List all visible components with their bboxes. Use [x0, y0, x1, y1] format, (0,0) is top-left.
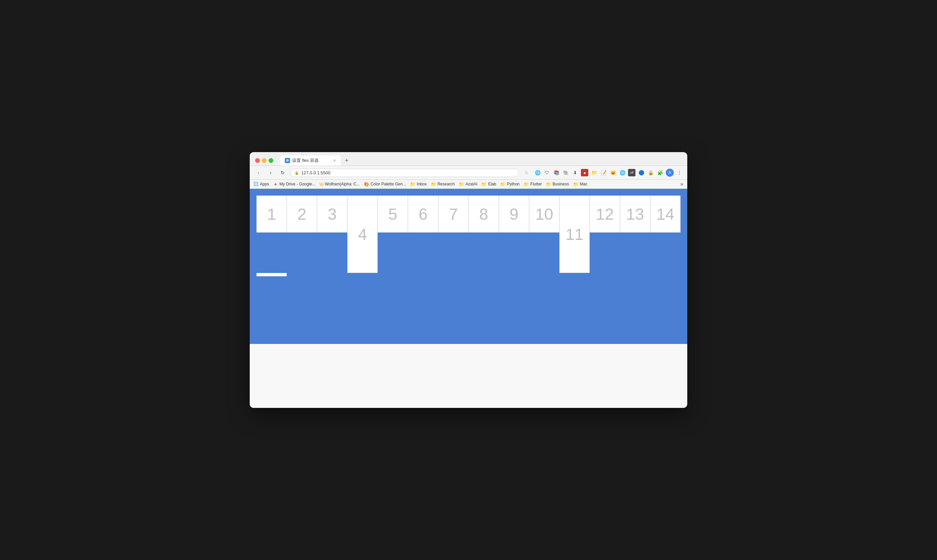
folder-icon-python: 📁	[500, 182, 506, 187]
flex-item-11: 11	[559, 195, 590, 273]
bookmark-research[interactable]: 📁 Research	[431, 182, 455, 187]
title-bar: ⚙ 设置 flex 容器 × +	[250, 152, 687, 166]
folder-icon-business: 📁	[546, 182, 551, 187]
bookmark-colorpalette[interactable]: 🎨 Color Palette Gen...	[364, 182, 406, 187]
url-text: 127.0.0.1:5500	[301, 170, 331, 175]
minimize-button[interactable]	[262, 158, 266, 163]
flex-item-14: 14	[650, 195, 680, 232]
chrome-menu-button[interactable]: ⋮	[676, 169, 683, 176]
tab-title: 设置 flex 容器	[292, 157, 319, 163]
bookmark-inbox[interactable]: 📁 Inbox	[410, 182, 426, 187]
bookmark-python[interactable]: 📁 Python	[500, 182, 519, 187]
flex-item-2: 2	[287, 195, 317, 232]
bookmarks-more-button[interactable]: »	[680, 181, 683, 187]
azatai-label: AzatAI	[465, 182, 477, 186]
tab-close-button[interactable]: ×	[333, 158, 336, 163]
address-bar[interactable]: 🔒 127.0.0.1:5500	[290, 169, 519, 177]
folder-icon-inbox: 📁	[410, 182, 415, 187]
back-button[interactable]: ‹	[254, 168, 263, 177]
profile-avatar[interactable]: A	[666, 169, 674, 177]
ext-icon-14[interactable]: 🧩	[656, 169, 664, 176]
ext-icon-13[interactable]: 🔒	[647, 169, 654, 176]
research-label: Research	[437, 182, 455, 186]
nav-bar: ‹ › ↻ 🔒 127.0.0.1:5500 ☆ 🌐 🛡 📚 🐘 ⬇ ■ 📁 📝…	[250, 166, 687, 180]
ext-icon-3[interactable]: 📚	[552, 169, 560, 176]
ext-icon-off[interactable]: off	[628, 169, 635, 176]
tab-favicon: ⚙	[285, 158, 290, 163]
flex-item-9: 9	[499, 195, 529, 232]
apps-label: Apps	[260, 182, 269, 186]
flex-item-5: 5	[378, 195, 408, 232]
ext-icon-5[interactable]: ⬇	[571, 169, 579, 176]
ext-icon-10[interactable]: 🌐	[619, 169, 626, 176]
flex-item-13: 13	[620, 195, 650, 232]
flex-demo-area: 1 2 3 4 5 6 7 8 9 10 11	[250, 189, 687, 344]
bookmark-business[interactable]: 📁 Business	[546, 182, 569, 187]
ext-icon-7[interactable]: 📁	[590, 169, 598, 176]
folder-icon-azatai: 📁	[459, 182, 464, 187]
flex-item-6: 6	[408, 195, 438, 232]
white-section	[250, 344, 687, 408]
business-label: Business	[552, 182, 569, 186]
inbox-label: Inbox	[417, 182, 426, 186]
bookmark-mac[interactable]: 📁 Mac	[573, 182, 588, 187]
folder-icon-research: 📁	[431, 182, 436, 187]
tab-bar: ⚙ 设置 flex 容器 × +	[280, 155, 351, 166]
flex-item-8: 8	[469, 195, 499, 232]
ext-icon-1[interactable]: 🌐	[534, 169, 541, 176]
bookmark-wolfram[interactable]: W Wolfram|Alpha: C...	[319, 182, 360, 187]
flex-item-1: 1	[257, 195, 287, 232]
ext-icon-2[interactable]: 🛡	[543, 169, 551, 176]
new-tab-button[interactable]: +	[342, 156, 351, 165]
flex-item-15: 15	[257, 273, 287, 276]
flex-item-7: 7	[438, 195, 469, 232]
bookmark-elab[interactable]: 📁 Elab	[481, 182, 496, 187]
flex-item-3: 3	[317, 195, 347, 232]
bookmark-apps[interactable]: Apps	[254, 182, 269, 186]
ext-icon-8[interactable]: 📝	[600, 169, 607, 176]
python-label: Python	[507, 182, 519, 186]
mac-label: Mac	[580, 182, 588, 186]
forward-button[interactable]: ›	[266, 168, 275, 177]
ext-icon-4[interactable]: 🐘	[562, 169, 569, 176]
flex-container: 1 2 3 4 5 6 7 8 9 10 11	[257, 195, 680, 276]
flex-item-4: 4	[347, 195, 378, 273]
ext-icon-9[interactable]: 🐱	[609, 169, 617, 176]
colorpalette-label: Color Palette Gen...	[371, 182, 406, 186]
close-button[interactable]	[255, 158, 260, 163]
drive-icon: 🔺	[273, 182, 278, 186]
bookmark-drive[interactable]: 🔺 My Drive - Google...	[273, 182, 315, 186]
traffic-lights	[255, 158, 273, 163]
reload-button[interactable]: ↻	[278, 168, 288, 177]
star-button[interactable]: ☆	[522, 168, 531, 177]
flex-item-12: 12	[590, 195, 620, 232]
active-tab[interactable]: ⚙ 设置 flex 容器 ×	[280, 155, 341, 166]
folder-icon-flutter: 📁	[524, 182, 529, 187]
drive-label: My Drive - Google...	[279, 182, 315, 186]
apps-grid-icon	[254, 182, 258, 186]
flex-item-10: 10	[529, 195, 559, 232]
elab-label: Elab	[488, 182, 496, 186]
extension-icons: 🌐 🛡 📚 🐘 ⬇ ■ 📁 📝 🐱 🌐 off 🔵 🔒 🧩 A ⋮	[534, 169, 683, 177]
flutter-label: Flutter	[531, 182, 542, 186]
bookmark-flutter[interactable]: 📁 Flutter	[524, 182, 542, 187]
folder-icon-mac: 📁	[573, 182, 579, 187]
colorpalette-icon: 🎨	[364, 182, 369, 187]
ext-icon-6[interactable]: ■	[581, 169, 588, 176]
maximize-button[interactable]	[269, 158, 273, 163]
bookmark-azatai[interactable]: 📁 AzatAI	[459, 182, 477, 187]
wolfram-label: Wolfram|Alpha: C...	[325, 182, 360, 186]
browser-window: ⚙ 设置 flex 容器 × + ‹ › ↻ 🔒 127.0.0.1:5500 …	[250, 152, 687, 408]
lock-icon: 🔒	[294, 171, 299, 175]
wolfram-icon: W	[319, 182, 323, 187]
ext-icon-12[interactable]: 🔵	[637, 169, 645, 176]
folder-icon-elab: 📁	[481, 182, 487, 187]
page-content: 1 2 3 4 5 6 7 8 9 10 11	[250, 189, 687, 408]
bookmarks-bar: Apps 🔺 My Drive - Google... W Wolfram|Al…	[250, 180, 687, 189]
